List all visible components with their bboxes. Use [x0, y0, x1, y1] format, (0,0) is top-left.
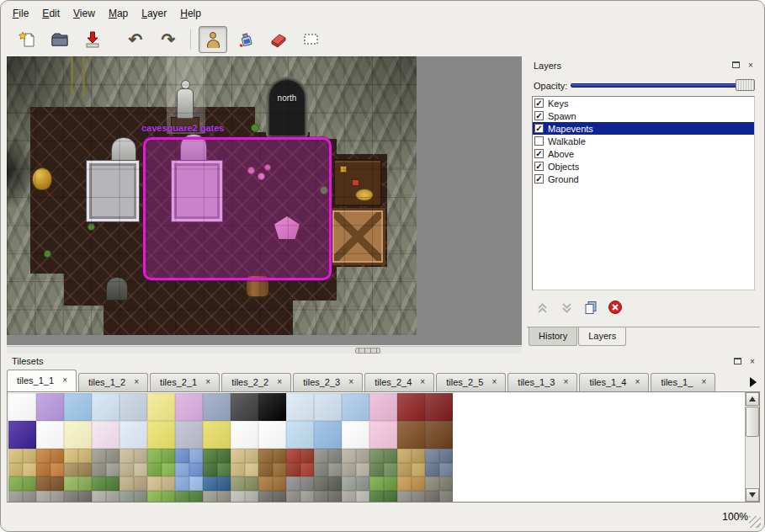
tileset-tab-tiles_2_1[interactable]: tiles_2_1×	[150, 373, 220, 391]
tile[interactable]	[50, 491, 65, 503]
tile[interactable]	[369, 421, 397, 449]
layer-visibility-checkbox[interactable]: ✓	[534, 162, 544, 171]
tile[interactable]	[258, 463, 273, 477]
tile[interactable]	[8, 476, 23, 491]
tileset-tab-tiles_1_1[interactable]: tiles_1_1×	[7, 370, 77, 391]
duplicate-layer-button[interactable]	[582, 299, 599, 316]
layer-row-above[interactable]: ✓Above	[533, 147, 754, 160]
layer-visibility-checkbox[interactable]: ✓	[534, 149, 544, 158]
tile[interactable]	[92, 393, 120, 421]
layer-row-walkable[interactable]: Walkable	[533, 135, 754, 147]
tile[interactable]	[147, 393, 175, 421]
tile[interactable]	[8, 463, 23, 477]
layer-row-ground[interactable]: ✓Ground	[533, 173, 754, 185]
tile[interactable]	[36, 421, 64, 449]
tile[interactable]	[314, 393, 342, 421]
tileset-tab-tiles_2_5[interactable]: tiles_2_5×	[436, 373, 506, 391]
menu-item-file[interactable]: File	[6, 5, 35, 22]
tile[interactable]	[217, 491, 231, 503]
tile[interactable]	[120, 463, 134, 477]
tab-scroll-right-button[interactable]	[745, 373, 761, 391]
tile[interactable]	[64, 393, 92, 421]
tile[interactable]	[231, 463, 245, 477]
tile[interactable]	[175, 421, 203, 449]
open-map-button[interactable]	[45, 26, 74, 53]
tile[interactable]	[300, 476, 315, 491]
tile[interactable]	[397, 463, 412, 477]
tile[interactable]	[258, 476, 273, 491]
tile[interactable]	[147, 421, 175, 449]
menu-item-map[interactable]: Map	[102, 5, 135, 22]
save-map-button[interactable]	[78, 26, 107, 53]
tile[interactable]	[78, 463, 93, 477]
tile[interactable]	[286, 463, 300, 477]
tileset-vscrollbar[interactable]	[745, 392, 759, 502]
tile[interactable]	[8, 449, 23, 463]
tile[interactable]	[147, 476, 162, 491]
tileset-tab-tiles_1_2[interactable]: tiles_1_2×	[78, 373, 148, 391]
scroll-up-button[interactable]	[746, 392, 759, 406]
tile[interactable]	[189, 491, 204, 503]
tile[interactable]	[384, 449, 398, 463]
tile[interactable]	[245, 463, 259, 477]
tile[interactable]	[342, 463, 356, 477]
tile[interactable]	[217, 476, 231, 491]
tile[interactable]	[384, 463, 398, 477]
tile[interactable]	[36, 449, 50, 463]
tile[interactable]	[425, 393, 453, 421]
tile[interactable]	[425, 463, 439, 477]
tile[interactable]	[106, 476, 120, 491]
tile[interactable]	[258, 449, 273, 463]
tile[interactable]	[369, 476, 384, 491]
tile[interactable]	[203, 463, 217, 477]
tile[interactable]	[342, 393, 369, 421]
tile[interactable]	[175, 463, 189, 477]
tileset-tab-tiles_2_2[interactable]: tiles_2_2×	[221, 373, 291, 391]
layer-visibility-checkbox[interactable]: ✓	[534, 124, 544, 133]
tile[interactable]	[50, 449, 65, 463]
layer-visibility-checkbox[interactable]: ✓	[534, 174, 544, 184]
tile[interactable]	[425, 476, 439, 491]
tile[interactable]	[356, 491, 370, 503]
tile[interactable]	[189, 449, 204, 463]
opacity-slider-handle[interactable]	[736, 79, 755, 91]
tile[interactable]	[92, 476, 106, 491]
tile[interactable]	[134, 463, 148, 477]
tile[interactable]	[92, 421, 120, 449]
opacity-slider[interactable]	[571, 77, 755, 93]
tile[interactable]	[328, 491, 343, 503]
tile[interactable]	[203, 491, 217, 503]
tile[interactable]	[286, 421, 314, 449]
tile[interactable]	[245, 476, 259, 491]
tile[interactable]	[92, 491, 106, 503]
close-panel-button[interactable]: ×	[746, 355, 758, 367]
tile[interactable]	[203, 476, 217, 491]
tile[interactable]	[175, 449, 189, 463]
tile[interactable]	[50, 476, 65, 491]
resize-grip[interactable]	[749, 516, 761, 528]
map-canvas[interactable]: cavesquare2 gates north	[7, 56, 522, 345]
tile[interactable]	[439, 491, 454, 503]
tab-close-icon[interactable]: ×	[274, 377, 284, 387]
tile[interactable]	[189, 463, 204, 477]
mapevent-tool-button[interactable]	[199, 26, 227, 53]
tile[interactable]	[189, 476, 204, 491]
move-layer-down-button[interactable]	[558, 299, 575, 316]
tileset-tab-tiles_1_3[interactable]: tiles_1_3×	[507, 373, 577, 391]
tile[interactable]	[300, 463, 315, 477]
tile[interactable]	[300, 491, 315, 503]
tileset-vscrollbar-thumb[interactable]	[746, 407, 759, 437]
tile[interactable]	[147, 449, 162, 463]
tile[interactable]	[8, 421, 36, 449]
tile[interactable]	[64, 491, 78, 503]
tile[interactable]	[231, 491, 245, 503]
tile[interactable]	[258, 421, 286, 449]
tile[interactable]	[314, 476, 328, 491]
tile[interactable]	[203, 393, 231, 421]
fill-tool-button[interactable]	[231, 26, 260, 53]
tile[interactable]	[273, 476, 287, 491]
map-selection-rect[interactable]	[143, 137, 332, 280]
tileset-viewport[interactable]	[7, 391, 760, 503]
tile[interactable]	[314, 491, 328, 503]
tile[interactable]	[106, 463, 120, 477]
